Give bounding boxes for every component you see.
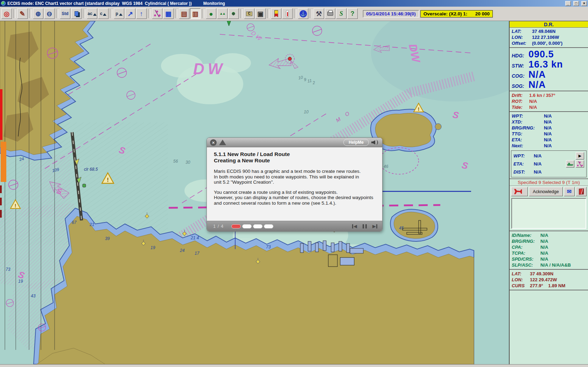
chart-catalog-button[interactable]: C — [244, 8, 254, 19]
save-button[interactable]: ▣ — [255, 8, 266, 19]
track-c-button[interactable]: c — [98, 8, 108, 19]
toolbar-separator — [310, 9, 312, 18]
chart-layers-icon — [75, 11, 78, 16]
cursor-brg-rng: 277.9° 1.89 NM — [530, 283, 565, 289]
tools-icon: ⚒ — [316, 10, 322, 17]
close-button[interactable]: × — [581, 1, 587, 6]
mob-button[interactable]: ◎ — [1, 8, 12, 19]
pause-button[interactable] — [362, 224, 368, 228]
chart-notes-button[interactable]: ✎ — [17, 8, 28, 19]
track-p-icon: p — [115, 12, 122, 16]
alarm-log-button[interactable] — [576, 187, 587, 196]
acknowledge-button[interactable]: Acknowledge — [529, 187, 563, 196]
dialog-titlebar: × HelpMe — [207, 138, 382, 147]
boat-select-button[interactable] — [566, 160, 574, 168]
depth-label: 30 — [186, 160, 190, 165]
speaker-icon[interactable] — [371, 140, 379, 145]
helpme-button[interactable]: HelpMe — [343, 139, 369, 146]
datetime-display: 05/14/2014 15:46:39(0) — [363, 10, 419, 17]
route-select-button[interactable] — [576, 160, 584, 168]
depth-label: 73 — [6, 267, 10, 272]
depth-label: 39 — [105, 236, 110, 241]
chart-label: DW — [193, 60, 226, 77]
depth-label: 10 — [304, 110, 309, 114]
signal-flag-icon — [274, 10, 278, 17]
skip-back-button[interactable]: ◀ — [352, 224, 357, 228]
route-table-button[interactable]: ▦ — [163, 8, 174, 19]
chart-catalog-icon: C — [246, 12, 252, 16]
ebl-button[interactable]: ↗ — [125, 8, 135, 19]
boat-icon — [567, 162, 574, 166]
lon-label: LON: — [512, 34, 532, 40]
depth-label: 46 — [384, 164, 388, 169]
alarm-horn-button[interactable] — [511, 187, 528, 196]
red-book-icon — [579, 188, 584, 195]
next-waypoint-button[interactable]: ▶ — [576, 152, 584, 160]
alarm-controls: Acknowledge ✉ — [510, 186, 588, 197]
toolbar-separator — [56, 9, 58, 18]
signal-flag-button[interactable] — [271, 8, 281, 19]
drift-value: 1.6 kn / 357° — [529, 92, 555, 98]
dialog-collapse-button[interactable] — [219, 140, 226, 145]
chart-layers-button[interactable] — [71, 8, 82, 19]
route-plan-button[interactable] — [152, 8, 162, 19]
toolbar-separator — [240, 9, 243, 18]
track-p-button[interactable]: p — [114, 8, 124, 19]
rot-value: N/A — [529, 98, 537, 104]
dr-mode-header: D.R. — [510, 21, 588, 28]
nav-values-block: HDG:090.5 STW:16.3 kn COG:N/A SOG:N/A — [510, 48, 588, 90]
route-plan-icon — [154, 10, 161, 17]
signature-icon: S — [340, 10, 343, 17]
tide-value: N/A — [529, 104, 537, 110]
cog-value: N/A — [528, 69, 546, 80]
center-ship-icon: + — [230, 10, 237, 17]
logbook-edit-button[interactable]: ▤ — [179, 8, 189, 19]
dialog-body: 5.1.1 New Route / Load Route Creating a … — [207, 147, 382, 221]
logbook-edit-icon: ▤ — [181, 10, 187, 17]
alarm-list[interactable] — [511, 198, 586, 229]
toolbar-separator — [13, 9, 16, 18]
depth-label: 19 — [150, 245, 155, 250]
monitoring-mode-label: Monitoring — [203, 1, 225, 6]
toolbar-separator — [110, 9, 112, 18]
dialog-close-button[interactable]: × — [210, 139, 217, 146]
anchor-watch-button[interactable]: ⚓ — [298, 8, 308, 19]
display-area-button[interactable]: ● — [206, 8, 216, 19]
fleet-targets-button[interactable]: ▲▲ — [217, 8, 227, 19]
logbook-button[interactable]: ▥ — [190, 8, 201, 19]
track-ac-button[interactable]: ac — [87, 8, 97, 19]
toolbar-separator — [175, 9, 177, 18]
zoom-out-button[interactable]: ⊖ — [44, 8, 55, 19]
toolbar-separator — [83, 9, 85, 18]
print-button[interactable] — [325, 8, 335, 19]
restore-button[interactable]: □ — [573, 1, 579, 6]
vrm-button[interactable]: ↑ — [136, 8, 147, 19]
drift-block: Drift:1.6 kn / 357° ROT:N/A Tide:N/A — [510, 92, 588, 111]
help-button[interactable]: ? — [347, 8, 358, 19]
standard-display-button[interactable]: Std — [60, 8, 70, 19]
zoom-in-button[interactable]: ⊕ — [33, 8, 43, 19]
chart-label: clr 68.5 — [84, 167, 98, 172]
window-title: ECDIS mode: ENC Chart1 vector chart (sta… — [7, 1, 192, 6]
tools-button[interactable]: ⚒ — [314, 8, 324, 19]
cursor-lat: 37 49.309N — [530, 271, 553, 277]
nav-data-panel: D.R. LAT:37 49.046N LON:122 27.106W Offs… — [509, 21, 588, 364]
minimize-button[interactable]: _ — [565, 1, 571, 6]
chart-area[interactable]: ! — [0, 21, 509, 364]
route-network-icon — [577, 161, 583, 167]
signature-button[interactable]: S — [336, 8, 346, 19]
thermometer-icon — [286, 10, 289, 17]
depth-label: 43 — [31, 294, 36, 298]
cursor-lon: 122 29.472W — [530, 277, 557, 283]
thermometer-button[interactable] — [282, 8, 293, 19]
stw-value: 16.3 kn — [528, 59, 563, 70]
center-ship-button[interactable]: + — [228, 8, 239, 19]
toolbar-separator — [202, 9, 204, 18]
toolbar-separator — [29, 9, 31, 18]
logbook-icon: ▥ — [192, 10, 198, 17]
cursor-position-block: LAT:37 49.309N LON:122 29.472W CURS277.9… — [510, 270, 588, 289]
dialog-footer: 1 / 4 ◀ ▶ — [207, 221, 382, 231]
skip-forward-button[interactable]: ▶ — [372, 224, 377, 228]
window-bottom-border — [0, 364, 588, 367]
messages-button[interactable]: ✉ — [564, 187, 575, 196]
